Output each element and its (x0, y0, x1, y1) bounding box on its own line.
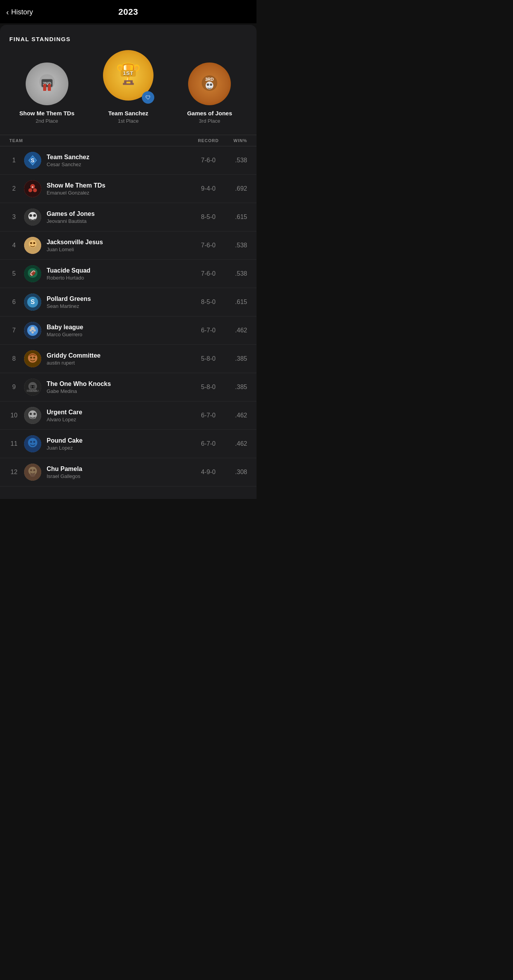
team-win-pct: .538 (224, 157, 247, 164)
team-name: Pound Cake (47, 437, 193, 444)
team-row[interactable]: 7 Baby league Marco Guerrero 6-7-0 .462 (0, 316, 256, 345)
back-label: History (11, 8, 33, 16)
svg-point-37 (30, 329, 32, 332)
team-info: Show Me Them TDs Emanuel Gonzalez (47, 182, 193, 196)
team-record: 7-6-0 (193, 242, 224, 249)
team-avatar (24, 407, 41, 424)
svg-point-60 (33, 441, 35, 443)
second-place-icon: 2ND (35, 72, 59, 96)
svg-point-5 (43, 84, 46, 87)
header: ‹ History 2023 (0, 0, 256, 23)
svg-rect-4 (48, 87, 51, 91)
section-title: FINAL STANDINGS (0, 25, 256, 50)
team-row[interactable]: 1 S Team Sanchez Cesar Sanchez 7-6-0 .53… (0, 146, 256, 175)
team-owner: Alvaro Lopez (47, 417, 193, 422)
svg-point-39 (31, 331, 34, 334)
podium-first-place-label: 1st Place (118, 118, 138, 124)
team-avatar (24, 350, 41, 367)
team-row[interactable]: 6 S Pollard Greens Sean Martinez 8-5-0 .… (0, 288, 256, 316)
main-content: FINAL STANDINGS 2ND (0, 25, 256, 499)
team-win-pct: .538 (224, 270, 247, 277)
team-record: 5-8-0 (193, 384, 224, 391)
svg-point-11 (207, 83, 209, 86)
team-win-pct: .615 (224, 299, 247, 306)
svg-point-38 (33, 329, 36, 332)
svg-point-43 (33, 357, 35, 359)
team-name: Urgent Care (47, 409, 193, 416)
team-rank: 3 (9, 214, 19, 221)
team-record: 6-7-0 (193, 412, 224, 419)
team-info: Jacksonville Jesus Juan Lomeli (47, 239, 193, 252)
svg-point-18 (33, 188, 37, 192)
svg-point-64 (33, 469, 35, 471)
team-avatar (24, 464, 41, 481)
team-owner: Marco Guerrero (47, 332, 193, 337)
team-row[interactable]: 10 Urgent Care Alvaro Lopez 6-7-0 .462 (0, 401, 256, 430)
podium-third-circle: 3RD (188, 63, 231, 105)
team-name: Griddy Committee (47, 352, 193, 359)
svg-point-23 (33, 214, 36, 217)
team-record: 8-5-0 (193, 299, 224, 306)
team-owner: Gabe Medina (47, 388, 193, 394)
svg-point-54 (33, 413, 36, 415)
team-rank: 12 (9, 469, 19, 476)
svg-text:EISENBU: EISENBU (27, 389, 39, 392)
team-owner: Juan Lomeli (47, 247, 193, 252)
svg-point-53 (30, 413, 32, 415)
svg-text:🏈: 🏈 (30, 270, 36, 276)
team-info: Pound Cake Juan Lopez (47, 437, 193, 451)
svg-point-65 (30, 474, 35, 477)
podium-first: 🏆 🛡 1ST Team Sanchez 1st Place (87, 50, 169, 124)
team-avatar (24, 209, 41, 226)
team-name: Jacksonville Jesus (47, 239, 193, 246)
team-rank: 9 (9, 384, 19, 391)
team-rank: 10 (9, 412, 19, 419)
team-rank: 11 (9, 440, 19, 447)
team-rank: 8 (9, 355, 19, 362)
team-row[interactable]: 11 Pound Cake Juan Lopez 6-7-0 .462 (0, 430, 256, 458)
page-title: 2023 (119, 7, 138, 17)
team-record: 7-6-0 (193, 157, 224, 164)
team-record: 9-4-0 (193, 185, 224, 192)
team-info: Griddy Committee austin rupert (47, 352, 193, 366)
team-rank: 5 (9, 270, 19, 277)
podium-second-avatar-wrap: 2ND (26, 63, 68, 105)
team-owner: Israel Gallegos (47, 473, 193, 479)
team-info: Team Sanchez Cesar Sanchez (47, 154, 193, 167)
podium-second-circle: 2ND (26, 63, 68, 105)
team-info: Chu Pamela Israel Gallegos (47, 466, 193, 479)
team-owner: austin rupert (47, 360, 193, 366)
team-avatar: S (24, 294, 41, 311)
team-record: 5-8-0 (193, 355, 224, 362)
team-name: Games of Jones (47, 210, 193, 217)
team-row[interactable]: 5 🏈 Tuacide Squad Roberto Hurtado 7-6-0 … (0, 260, 256, 288)
first-place-badge: 🛡 (142, 91, 154, 104)
team-row[interactable]: 12 Chu Pamela Israel Gallegos 4-9-0 .308 (0, 458, 256, 487)
svg-text:S: S (31, 299, 35, 305)
col-record-header: RECORD (193, 138, 224, 143)
team-row[interactable]: 3 Games of Jones Jeovanni Bautista 8-5-0… (0, 203, 256, 231)
col-win-header: WIN% (224, 138, 247, 143)
back-arrow-icon: ‹ (6, 8, 9, 17)
team-avatar (24, 237, 41, 254)
podium-second-place-label: 2nd Place (36, 118, 58, 124)
team-record: 4-9-0 (193, 469, 224, 476)
team-row[interactable]: 9 EISENBU The One Who Knocks Gabe Medina… (0, 373, 256, 401)
team-info: Baby league Marco Guerrero (47, 324, 193, 337)
team-row[interactable]: 2 ● Show Me Them TDs Emanuel Gonzalez 9-… (0, 175, 256, 203)
team-row[interactable]: 4 Jacksonville Jesus Juan Lomeli 7-6-0 .… (0, 231, 256, 260)
svg-point-12 (210, 83, 212, 86)
podium-third-avatar-wrap: 3RD (188, 63, 231, 105)
team-info: The One Who Knocks Gabe Medina (47, 381, 193, 394)
back-button[interactable]: ‹ History (6, 8, 33, 17)
team-name: Team Sanchez (47, 154, 193, 161)
team-record: 8-5-0 (193, 214, 224, 221)
podium-second: 2ND Show Me Them TDs 2nd Place (6, 63, 87, 124)
team-owner: Juan Lopez (47, 445, 193, 451)
team-record: 6-7-0 (193, 440, 224, 447)
team-name: Chu Pamela (47, 466, 193, 473)
team-row[interactable]: 8 Griddy Committee austin rupert 5-8-0 .… (0, 345, 256, 373)
team-win-pct: .385 (224, 355, 247, 362)
svg-point-27 (33, 242, 35, 244)
svg-text:S: S (31, 157, 34, 163)
